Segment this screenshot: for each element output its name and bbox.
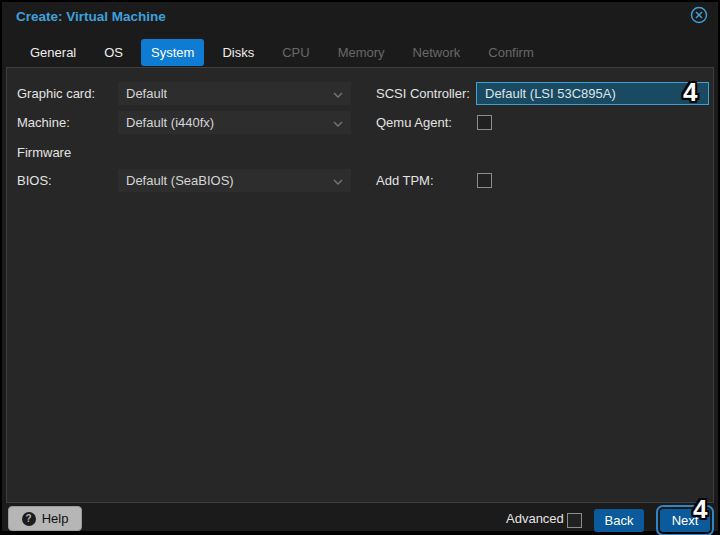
machine-label: Machine: — [17, 111, 70, 134]
tab-memory: Memory — [328, 39, 395, 66]
bios-value: Default (SeaBIOS) — [126, 173, 234, 188]
dialog-title: Create: Virtual Machine — [16, 9, 166, 24]
graphic-card-select[interactable]: Default — [118, 82, 351, 105]
scsi-controller-value: Default (LSI 53C895A) — [485, 86, 616, 101]
add-tpm-checkbox[interactable] — [477, 173, 492, 188]
help-button-label: Help — [42, 511, 69, 526]
advanced-label: Advanced — [506, 507, 564, 530]
tab-os[interactable]: OS — [94, 39, 133, 66]
graphic-card-value: Default — [126, 86, 167, 101]
help-button[interactable]: ? Help — [8, 506, 82, 531]
tab-general[interactable]: General — [20, 39, 86, 66]
wizard-tabbar: General OS System Disks CPU Memory Netwo… — [20, 38, 552, 66]
tab-network: Network — [403, 39, 471, 66]
chevron-down-icon — [333, 115, 343, 130]
machine-select[interactable]: Default (i440fx) — [118, 111, 351, 134]
graphic-card-label: Graphic card: — [17, 82, 95, 105]
machine-value: Default (i440fx) — [126, 115, 214, 130]
advanced-checkbox[interactable] — [567, 513, 582, 528]
next-button-label: Next — [672, 513, 699, 528]
close-icon — [690, 6, 708, 28]
qemu-agent-checkbox[interactable] — [477, 115, 492, 130]
chevron-down-icon — [333, 86, 343, 101]
next-button[interactable]: Next — [660, 509, 710, 532]
back-button[interactable]: Back — [594, 509, 644, 532]
tab-disks[interactable]: Disks — [212, 39, 264, 66]
create-vm-dialog: Create: Virtual Machine General OS Syste… — [2, 2, 718, 531]
scsi-controller-label: SCSI Controller: — [376, 82, 470, 105]
tab-cpu: CPU — [272, 39, 319, 66]
qemu-agent-label: Qemu Agent: — [376, 111, 452, 134]
close-button[interactable] — [688, 6, 710, 28]
tab-confirm: Confirm — [478, 39, 544, 66]
system-form-panel: Graphic card: Default Machine: Default (… — [6, 67, 714, 503]
question-mark-icon: ? — [22, 512, 36, 526]
scsi-controller-select[interactable]: Default (LSI 53C895A) — [476, 82, 709, 105]
bios-label: BIOS: — [17, 169, 52, 192]
chevron-down-icon — [333, 173, 343, 188]
screen: Create: Virtual Machine General OS Syste… — [0, 0, 720, 535]
tab-system[interactable]: System — [141, 39, 204, 66]
firmware-section-label: Firmware — [17, 145, 71, 160]
bios-select[interactable]: Default (SeaBIOS) — [118, 169, 351, 192]
add-tpm-label: Add TPM: — [376, 169, 434, 192]
back-button-label: Back — [605, 513, 634, 528]
